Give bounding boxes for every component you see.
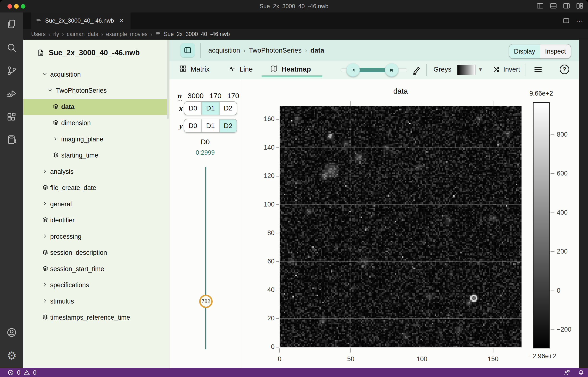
- help-button[interactable]: ?: [560, 65, 569, 74]
- y-tick-label: 80: [256, 229, 275, 237]
- tree-item-general[interactable]: general: [23, 196, 169, 212]
- close-tab-icon[interactable]: ✕: [119, 17, 124, 24]
- y-dim-option-D2[interactable]: D2: [219, 119, 237, 132]
- problems-indicator[interactable]: 0 0: [7, 368, 36, 377]
- heatmap-icon: [270, 65, 278, 74]
- tree-item-file_create_date[interactable]: file_create_date: [23, 180, 169, 196]
- breadcrumb-item[interactable]: Users: [31, 31, 46, 37]
- chevron-right-icon[interactable]: [42, 233, 48, 240]
- vscode-window: Sue_2x_3000_40_-46.nwb Sue_2x_3000_40_-4…: [0, 0, 588, 377]
- colorbar-tick: [551, 251, 554, 252]
- edit-colormap-button[interactable]: [411, 65, 421, 75]
- frame-slider-track[interactable]: [205, 167, 207, 349]
- activity-run-debug-icon[interactable]: [6, 88, 17, 99]
- colorbar: [533, 102, 550, 348]
- breadcrumb-item[interactable]: example_movies: [106, 31, 148, 37]
- customize-layout-icon[interactable]: [576, 2, 584, 11]
- y-tick-label: 160: [256, 115, 275, 123]
- chevron-right-icon[interactable]: [42, 201, 48, 207]
- toggle-bottom-panel-icon[interactable]: [549, 2, 557, 11]
- view-tab-matrix[interactable]: Matrix: [179, 61, 209, 77]
- colorbar-tick-label: −200: [557, 326, 571, 333]
- toggle-sidebar-button[interactable]: [181, 43, 195, 57]
- breadcrumb-item[interactable]: rly: [53, 31, 59, 37]
- split-editor-icon[interactable]: [563, 17, 570, 24]
- toggle-left-panel-icon[interactable]: [536, 2, 544, 11]
- toggle-right-panel-icon[interactable]: [563, 2, 570, 11]
- x-tick-label: 50: [340, 355, 361, 363]
- separator: [426, 64, 427, 76]
- frame-slider-handle[interactable]: 782: [199, 295, 213, 308]
- tree-item-stimulus[interactable]: stimulus: [23, 294, 169, 309]
- y-tick: [276, 347, 279, 347]
- tree-item-label: starting_time: [61, 152, 98, 159]
- breadcrumb-file[interactable]: Sue_2x_3000_40_-46.nwb: [164, 31, 230, 37]
- range-end-thumb[interactable]: [385, 63, 398, 77]
- invert-colormap-button[interactable]: Invert: [492, 61, 520, 77]
- activity-extensions-icon[interactable]: [6, 112, 17, 123]
- heatmap-canvas[interactable]: [280, 106, 521, 347]
- tree-item-TwoPhotonSeries[interactable]: TwoPhotonSeries: [23, 82, 169, 99]
- view-tab-label: Matrix: [191, 65, 209, 73]
- tree-item-session_description[interactable]: session_description: [23, 245, 169, 261]
- colormap-gradient-swatch[interactable]: [457, 65, 475, 75]
- tree-item-analysis[interactable]: analysis: [23, 164, 169, 180]
- activity-explorer-icon[interactable]: [6, 19, 17, 30]
- activity-source-control-icon[interactable]: [6, 65, 17, 76]
- breadcrumb-separator: ›: [150, 31, 152, 38]
- x-dim-option-D0[interactable]: D0: [184, 102, 201, 115]
- tree-item-data[interactable]: data: [23, 99, 169, 115]
- tree-item-imaging_plane[interactable]: imaging_plane: [23, 131, 169, 147]
- y-tick: [276, 119, 279, 119]
- breadcrumb-item[interactable]: caiman_data: [67, 31, 98, 37]
- titlebar-layout-icons: [536, 0, 584, 12]
- tree-item-session_start_time[interactable]: session_start_time: [23, 261, 169, 277]
- view-tab-heatmap[interactable]: Heatmap: [270, 61, 311, 77]
- dataset-icon: [53, 152, 59, 159]
- colormap-dropdown-caret[interactable]: ▾: [479, 61, 482, 77]
- tree-scrollbar[interactable]: [167, 40, 169, 119]
- y-dim-option-D1[interactable]: D1: [201, 119, 219, 132]
- active-tab-underline: [262, 75, 322, 77]
- view-tab-line[interactable]: Line: [228, 61, 253, 77]
- x-dim-option-D1[interactable]: D1: [201, 102, 219, 115]
- mode-inspect-button[interactable]: Inspect: [540, 44, 571, 58]
- chevron-right-icon[interactable]: [42, 298, 48, 305]
- activity-settings-icon[interactable]: ⚙: [6, 350, 17, 361]
- range-start-thumb[interactable]: [346, 63, 360, 77]
- y-tick-label: 120: [256, 172, 275, 180]
- viewer-crumb-TwoPhotonSeries[interactable]: TwoPhotonSeries: [249, 47, 301, 54]
- colorbar-tick: [551, 330, 554, 330]
- chevron-right-icon[interactable]: [42, 168, 48, 175]
- tree-item-specifications[interactable]: specifications: [23, 277, 169, 293]
- viewer-crumb-data[interactable]: data: [310, 47, 324, 54]
- activity-account-icon[interactable]: [6, 327, 17, 338]
- y-tick-label: 20: [256, 315, 275, 322]
- tree-item-starting_time[interactable]: starting_time: [23, 147, 169, 164]
- viewer-crumb-acquisition[interactable]: acquisition: [208, 47, 240, 54]
- tree-item-identifier[interactable]: identifier: [23, 212, 169, 228]
- feedback-icon[interactable]: [564, 369, 570, 376]
- activity-nwb-notebook-icon[interactable]: [6, 134, 17, 145]
- tab-nwb-file[interactable]: Sue_2x_3000_40_-46.nwb ✕: [31, 12, 131, 29]
- tree-item-processing[interactable]: processing: [23, 229, 169, 245]
- chevron-right-icon[interactable]: [42, 282, 48, 289]
- chevron-down-icon[interactable]: [42, 71, 48, 78]
- activity-search-icon[interactable]: [6, 42, 17, 53]
- x-dim-option-D2[interactable]: D2: [219, 102, 237, 115]
- chevron-down-icon[interactable]: [47, 87, 53, 94]
- tree-item-timestamps_reference_time[interactable]: timestamps_reference_time: [23, 309, 169, 326]
- bell-icon[interactable]: [578, 369, 585, 376]
- y-tick-label: 0: [256, 343, 275, 351]
- menu-button[interactable]: [533, 65, 543, 74]
- warning-count: 0: [33, 369, 36, 376]
- y-tick: [276, 233, 279, 234]
- viewer-header: acquisition›TwoPhotonSeries›data Display…: [169, 40, 579, 61]
- more-actions-icon[interactable]: ⋯: [576, 17, 584, 25]
- tree-item-dimension[interactable]: dimension: [23, 115, 169, 131]
- editor-edge: [579, 40, 588, 368]
- mode-display-button[interactable]: Display: [509, 44, 540, 58]
- tree-item-acquisition[interactable]: acquisition: [23, 67, 169, 82]
- y-dim-option-D0[interactable]: D0: [184, 119, 201, 132]
- chevron-right-icon[interactable]: [53, 136, 58, 143]
